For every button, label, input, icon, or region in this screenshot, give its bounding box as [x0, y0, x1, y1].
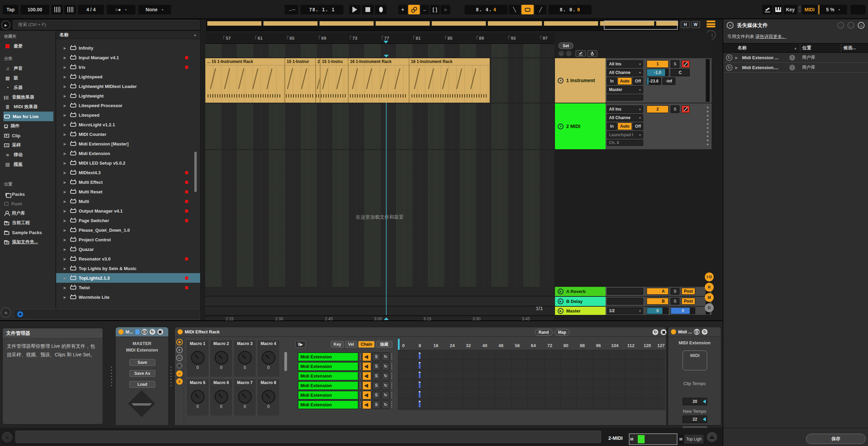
- track1-name-cell[interactable]: ▼ 1 Instrument: [555, 58, 606, 103]
- track2-output-channel[interactable]: Ch. 6: [607, 140, 643, 146]
- max-edit-icon[interactable]: [142, 329, 147, 335]
- chain-row[interactable]: Midi Extension S ↻: [298, 352, 393, 361]
- hot-swap-icon[interactable]: ↻: [726, 64, 733, 71]
- macro-variations-icon[interactable]: [176, 339, 183, 345]
- knob-icon[interactable]: [215, 351, 228, 365]
- sort-asc-icon[interactable]: ▲: [193, 33, 197, 37]
- expand-triangle-icon[interactable]: ▶: [64, 85, 68, 88]
- clip-tempo-field[interactable]: 20: [683, 398, 707, 405]
- track1-input-channel-menu[interactable]: All Channe▼: [607, 69, 643, 76]
- browser-device-row[interactable]: ▶ MIDI Counter: [56, 129, 200, 139]
- chain-zone-marker[interactable]: [419, 401, 420, 407]
- fold-icon[interactable]: ▼: [558, 124, 563, 129]
- monitor-auto-button[interactable]: Auto: [618, 77, 632, 85]
- browser-device-row[interactable]: ▶ MIDI LED Setup v5.0.2: [56, 158, 200, 168]
- missing-file-row[interactable]: ↻ ▶ Midi Extension.... ! 用户库: [723, 63, 868, 73]
- device-activator[interactable]: [118, 329, 124, 334]
- sidebar-category-item[interactable]: 音频效果器: [3, 92, 55, 102]
- expand-triangle-icon[interactable]: ▶: [64, 228, 68, 232]
- arrangement-clip[interactable]: ... 15 1-Instrument Rack: [205, 58, 285, 103]
- next-marker-button[interactable]: →: [566, 51, 572, 56]
- playhead-marker-icon[interactable]: [384, 41, 388, 43]
- track2-lane[interactable]: [205, 103, 554, 149]
- groove-pool-button[interactable]: ≈: [1, 307, 11, 318]
- sidebar-place-item[interactable]: 当前工程: [3, 218, 55, 228]
- browser-device-row[interactable]: ▶ MicroLight v1.2.1: [56, 120, 200, 129]
- chain-zone-marker[interactable]: [419, 372, 420, 378]
- expand-triangle-icon[interactable]: ▶: [64, 180, 68, 184]
- nudge-down-button[interactable]: [51, 5, 63, 14]
- device-activator[interactable]: [671, 329, 676, 334]
- monitor-auto-button[interactable]: Auto: [618, 123, 632, 130]
- chain-hot-swap-button[interactable]: ↻: [381, 362, 390, 371]
- chain-hot-swap-button[interactable]: ↻: [381, 400, 390, 409]
- expand-triangle-icon[interactable]: ▶: [64, 200, 68, 203]
- knob-icon[interactable]: [238, 351, 252, 365]
- chain-solo-button[interactable]: S: [372, 381, 380, 390]
- hand-drag-icon[interactable]: [135, 329, 140, 334]
- nudge-up-button[interactable]: [64, 5, 76, 14]
- expand-triangle-icon[interactable]: ▶: [64, 65, 68, 69]
- arrangement-clip[interactable]: 15 1-Instru: [320, 58, 348, 103]
- track1-solo-button[interactable]: S: [671, 60, 679, 68]
- browser-device-row[interactable]: ▶ Please_Quiet_Down_1.0: [56, 225, 200, 235]
- save-button[interactable]: 保存: [806, 434, 866, 444]
- expand-triangle-icon[interactable]: ▶: [64, 247, 68, 251]
- sidebar-place-item[interactable]: Packs: [3, 189, 55, 199]
- loop-button[interactable]: [521, 5, 534, 14]
- column-location[interactable]: 位置: [800, 43, 841, 52]
- chain-activator-speaker-icon[interactable]: [362, 391, 371, 399]
- arrangement-clip[interactable]: 2: [316, 58, 320, 103]
- chain-activator-speaker-icon[interactable]: [362, 400, 371, 409]
- macro-knob[interactable]: Macro 6 0: [210, 379, 233, 416]
- rand-lock-icon[interactable]: [176, 362, 183, 369]
- browser-device-row[interactable]: ▶ Midi Extension [Master]: [56, 139, 200, 149]
- browser-list-header[interactable]: 名称 ▲: [56, 31, 200, 39]
- expand-triangle-icon[interactable]: ▶: [64, 295, 68, 299]
- chain-activator-speaker-icon[interactable]: [362, 381, 371, 390]
- key-zone-button[interactable]: Key: [331, 341, 344, 348]
- sidebar-item-favorites[interactable]: 最爱: [3, 41, 55, 51]
- sidebar-place-item[interactable]: 用户库: [3, 208, 55, 218]
- chain-solo-button[interactable]: S: [372, 362, 380, 371]
- track2-output-menu[interactable]: Launchpad I▼: [607, 131, 643, 139]
- expand-triangle-icon[interactable]: ▶: [64, 161, 68, 165]
- zoom-width-button[interactable]: W: [691, 21, 700, 28]
- time-signature-field[interactable]: 4 / 4: [78, 5, 104, 14]
- loop-start-field[interactable]: 8. 4.4: [465, 5, 508, 14]
- track2-name-cell[interactable]: ▼ 2 MIDI: [555, 103, 606, 149]
- master-name[interactable]: ▶Master: [555, 307, 606, 315]
- browser-device-row[interactable]: ▶ Multi: [56, 196, 200, 206]
- browser-device-row[interactable]: ▶ Multi Reset: [56, 187, 200, 196]
- browser-device-row[interactable]: ▶ TopLights2.1.3: [56, 273, 200, 283]
- midi-extension-device[interactable]: Midi ... ↻ MIDI Extension MIDI Clip Temp…: [668, 327, 721, 425]
- chain-solo-button[interactable]: S: [372, 391, 380, 399]
- sidebar-category-item[interactable]: MIDI 效果器: [3, 102, 55, 112]
- chain-zone-marker[interactable]: [419, 391, 420, 398]
- browser-device-row[interactable]: ▶ Output Manager v4.1: [56, 206, 200, 216]
- missing-file-row[interactable]: ↻ ▶ Midi Extension ... ! 用户库: [723, 53, 868, 63]
- macro-knob[interactable]: Macro 1 0: [186, 340, 209, 377]
- track1-input-menu[interactable]: All Ins▼: [607, 60, 643, 68]
- track2-input-menu[interactable]: All Ins▼: [607, 105, 643, 113]
- expand-triangle-icon[interactable]: ▶: [64, 56, 68, 60]
- record-button[interactable]: [375, 5, 387, 14]
- track2-input-channel-menu[interactable]: All Channe▼: [607, 114, 643, 122]
- toggle-mixer-button[interactable]: M: [705, 293, 714, 302]
- master-midi-extension-device[interactable]: M... ↻ MASTER MIDI Extension Save Save A…: [115, 327, 169, 425]
- return-a-io[interactable]: [607, 288, 643, 295]
- knob-icon[interactable]: [262, 351, 275, 365]
- browser-device-row[interactable]: ▶ Litespeed: [56, 110, 200, 120]
- chain-activator-speaker-icon[interactable]: [362, 372, 371, 380]
- play-button[interactable]: [349, 5, 361, 14]
- loop-length-field[interactable]: 8. 0.0: [548, 5, 592, 14]
- arrangement-clip[interactable]: 16 1-Instrument Rack: [409, 58, 490, 103]
- track1-peak-value[interactable]: -inf: [662, 77, 675, 85]
- empty-tracks-area[interactable]: 在这里加载文件和装置: [205, 150, 554, 287]
- chain-activator-speaker-icon[interactable]: [362, 353, 371, 361]
- browser-device-row[interactable]: ▶ Top Lights by Sein & Music: [56, 264, 200, 273]
- expand-triangle-icon[interactable]: ▶: [64, 276, 68, 280]
- remove-macro-icon[interactable]: −: [176, 355, 183, 361]
- sort-asc-icon[interactable]: ▲: [794, 46, 797, 50]
- save-preset-icon[interactable]: [661, 329, 666, 335]
